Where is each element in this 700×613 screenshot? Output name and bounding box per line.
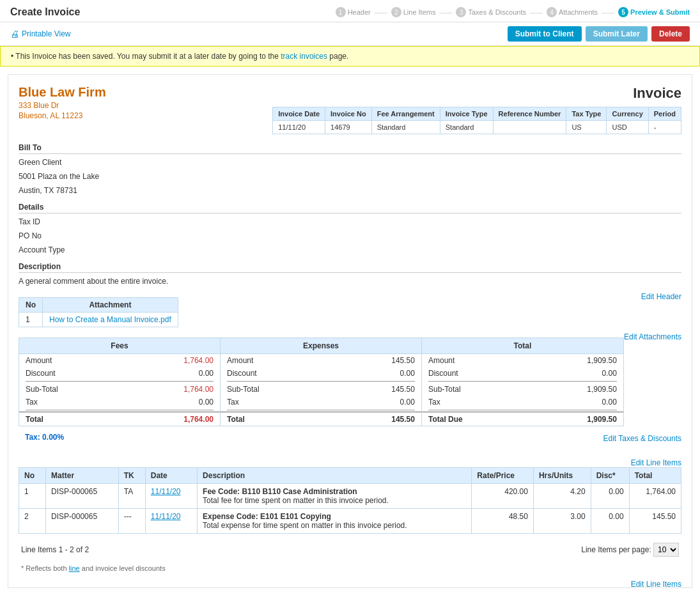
total-divider1: [428, 381, 617, 382]
fees-amount-label: Amount: [26, 356, 52, 365]
attach-file-link-1[interactable]: How to Create a Manual Invoice.pdf: [49, 315, 171, 324]
meta-col-invoice-no: Invoice No: [325, 107, 372, 121]
li-col-no: No: [19, 468, 46, 484]
printer-icon: 🖨: [10, 29, 19, 39]
expenses-tax-val: 0.00: [400, 398, 415, 407]
bill-to-name: Green Client: [19, 157, 681, 168]
step-num-4: 4: [547, 7, 557, 17]
edit-attachments-link[interactable]: Edit Attachments: [624, 332, 681, 341]
meta-col-currency: Currency: [607, 107, 648, 121]
notification-message: This Invoice has been saved. You may sub…: [15, 52, 281, 61]
li-disc-2: 0.00: [591, 509, 629, 534]
total-tax-val: 0.00: [602, 398, 617, 407]
total-due-label: Total Due: [428, 415, 463, 424]
page-title: Create Invoice: [10, 6, 80, 18]
line-item-row-2: 2 DISP-000065 --- 11/11/20 Expense Code:…: [19, 509, 681, 534]
li-hrs-1: 4.20: [533, 484, 591, 509]
li-rate-1: 420.00: [472, 484, 534, 509]
track-invoices-link[interactable]: track invoices: [281, 52, 327, 61]
total-amount-row: Amount 1,909.50: [422, 354, 623, 367]
detail-tax-id: Tax ID: [19, 216, 681, 228]
total-col: Total Amount 1,909.50 Discount 0.00 Sub-…: [422, 338, 623, 426]
printable-view-link[interactable]: 🖨 Printable View: [10, 29, 71, 39]
step-label-5: Preview & Submit: [630, 8, 690, 16]
line-items-table: No Matter TK Date Description Rate/Price…: [19, 467, 681, 534]
li-desc-bold-1: Fee Code: B110 B110 Case Administration: [203, 487, 466, 496]
meta-col-fee-arrangement: Fee Arrangement: [371, 107, 440, 121]
per-page-select[interactable]: 10 25 50: [653, 543, 679, 557]
attachment-row-1: 1 How to Create a Manual Invoice.pdf: [19, 313, 178, 327]
fees-divider1: [26, 381, 214, 382]
li-desc-note-1: Total fee for time spent on matter in th…: [203, 496, 466, 505]
edit-line-items-top-link[interactable]: Edit Line Items: [631, 458, 681, 467]
step-num-2: 2: [391, 7, 401, 17]
li-date-link-2[interactable]: 11/11/20: [151, 512, 181, 521]
wizard-step-4[interactable]: 4 Attachments: [547, 7, 598, 17]
invoice-meta-right: Invoice Invoice Date Invoice No Fee Arra…: [272, 85, 681, 134]
details-section: Details Tax ID PO No Account Type: [19, 203, 681, 256]
arrow-4: ——: [602, 9, 614, 16]
total-divider2: [428, 410, 617, 410]
total-tax-label: Tax: [428, 398, 440, 407]
fees-amount-val: 1,764.00: [183, 356, 214, 365]
printable-view-label: Printable View: [22, 29, 71, 38]
line-items-section: Edit Line Items No Matter TK Date Descri…: [19, 456, 681, 575]
expenses-subtotal-val: 145.50: [391, 385, 415, 394]
pagination-row: Line Items 1 - 2 of 2 Line Items per pag…: [19, 538, 681, 562]
summary-grid: Fees Amount 1,764.00 Discount 0.00 Sub-T…: [19, 338, 624, 426]
footnote-line-link[interactable]: line: [69, 564, 80, 572]
tax-rate-info: Tax: 0.00%: [19, 429, 70, 446]
notification-message-end: page.: [327, 52, 348, 61]
meta-val-fee-arrangement: Standard: [371, 121, 440, 134]
li-matter-2: DISP-000065: [46, 509, 119, 534]
li-total-1: 1,764.00: [629, 484, 681, 509]
expenses-tax-label: Tax: [227, 398, 239, 407]
meta-val-tax-type: US: [566, 121, 607, 134]
li-date-1: 11/11/20: [145, 484, 197, 509]
wizard-step-3[interactable]: 3 Taxes & Discounts: [456, 7, 525, 17]
li-hrs-2: 3.00: [533, 509, 591, 534]
edit-line-items-bottom-link[interactable]: Edit Line Items: [631, 580, 681, 589]
edit-taxes-link[interactable]: Edit Taxes & Discounts: [603, 434, 681, 443]
submit-later-button[interactable]: Submit Later: [586, 26, 648, 42]
bill-to-address2: Austin, TX 78731: [19, 185, 681, 196]
expenses-divider1: [227, 381, 415, 382]
total-due-row: Total Due 1,909.50: [422, 412, 623, 426]
fees-tax-row: Tax 0.00: [19, 396, 220, 408]
li-col-rate: Rate/Price: [472, 468, 534, 484]
arrow-1: ——: [375, 9, 387, 16]
meta-col-reference-number: Reference Number: [493, 107, 566, 121]
expenses-col: Expenses Amount 145.50 Discount 0.00 Sub…: [221, 338, 422, 426]
notification-icon: •: [11, 52, 13, 61]
fees-tax-label: Tax: [26, 398, 38, 407]
attachments-section: No Attachment 1 How to Create a Manual I…: [19, 297, 681, 327]
submit-client-button[interactable]: Submit to Client: [508, 26, 582, 42]
wizard-step-2[interactable]: 2 Line Items: [391, 7, 436, 17]
meta-val-invoice-type: Standard: [440, 121, 493, 134]
step-num-1: 1: [336, 7, 346, 17]
meta-val-currency: USD: [607, 121, 648, 134]
fees-subtotal-row: Sub-Total 1,764.00: [19, 383, 220, 396]
li-tk-2: ---: [118, 509, 145, 534]
firm-info: Blue Law Firm 333 Blue Dr Blueson, AL 11…: [19, 85, 106, 120]
fees-header: Fees: [19, 338, 220, 354]
li-date-link-1[interactable]: 11/11/20: [151, 487, 181, 496]
wizard-step-5[interactable]: 5 Preview & Submit: [618, 7, 690, 17]
attach-col-no: No: [19, 298, 43, 313]
meta-col-period: Period: [648, 107, 681, 121]
wizard-step-1[interactable]: 1 Header: [336, 7, 371, 17]
details-label: Details: [19, 203, 681, 213]
fees-subtotal-label: Sub-Total: [26, 385, 58, 394]
attach-col-attachment: Attachment: [43, 298, 178, 313]
delete-button[interactable]: Delete: [651, 26, 690, 42]
edit-header-link[interactable]: Edit Header: [641, 292, 681, 301]
step-label-1: Header: [348, 8, 371, 16]
step-label-4: Attachments: [559, 8, 598, 16]
expenses-discount-label: Discount: [227, 369, 257, 378]
li-desc-2: Expense Code: E101 E101 Copying Total ex…: [198, 509, 472, 534]
total-subtotal-row: Sub-Total 1,909.50: [422, 383, 623, 396]
invoice-container: Blue Law Firm 333 Blue Dr Blueson, AL 11…: [8, 74, 692, 588]
detail-account-type: Account Type: [19, 244, 681, 256]
li-desc-bold-2: Expense Code: E101 E101 Copying: [203, 512, 466, 521]
summary-section: Fees Amount 1,764.00 Discount 0.00 Sub-T…: [19, 338, 681, 446]
